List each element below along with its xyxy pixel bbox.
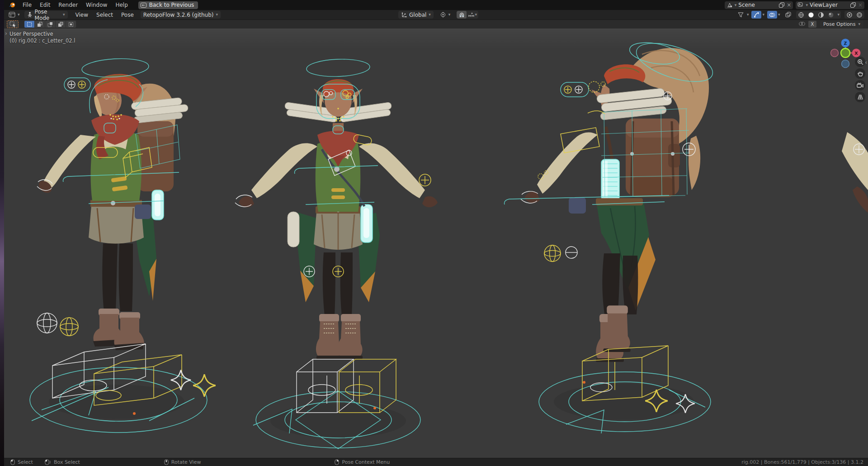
new-scene-icon[interactable] (779, 2, 785, 8)
keyboard-key-icon (141, 3, 146, 8)
shading-rendered[interactable] (826, 11, 836, 19)
viewport-editor-icon (9, 12, 15, 18)
menu-window[interactable]: Window (82, 0, 111, 10)
sphere-gizmo-yellow[interactable] (60, 318, 78, 336)
gizmo-z-label: Z (844, 41, 847, 46)
hint-context-menu: Pose Context Menu (335, 459, 390, 465)
show-gizmo-toggle[interactable] (751, 11, 761, 19)
blender-window: File Edit Render Window Help Back to Pre… (0, 0, 868, 466)
view-controls (855, 57, 865, 102)
snapping-group: ▾ (457, 11, 478, 19)
viewlayer-selector[interactable]: ▾ ViewLayer × (796, 1, 864, 9)
character-middle[interactable] (239, 79, 438, 438)
pivot-point-button[interactable]: ▾ (437, 11, 453, 19)
viewport-canvas[interactable]: .cy{stroke:#5fd3cb;fill:none;stroke-widt… (4, 29, 868, 458)
viewport-header: ▾ Pose Mode ▾ View Select Pose RetopoFlo… (4, 10, 868, 20)
retopoflow-menu[interactable]: RetopoFlow 3.2.6 (github) ▾ (141, 11, 221, 19)
tool-settings-header: X Pose Options ▾ (4, 20, 868, 29)
mirror-butterfly-icon (798, 21, 806, 27)
scene-selector[interactable]: ▾ Scene × (725, 1, 793, 9)
menu-file[interactable]: File (19, 0, 36, 10)
pose-options-dropdown[interactable]: Pose Options ▾ (820, 21, 863, 28)
mouse-left-drag-icon (45, 459, 51, 465)
ring-icon-1[interactable] (844, 11, 854, 19)
sphere-gizmo-white[interactable] (37, 313, 57, 333)
zoom-button[interactable] (855, 57, 865, 67)
topbar: File Edit Render Window Help Back to Pre… (4, 0, 868, 10)
menu-pose[interactable]: Pose (117, 10, 138, 19)
mouse-middle-icon (164, 459, 169, 465)
hint-box-select: Box Select (45, 459, 80, 465)
mouse-left-icon (10, 459, 15, 465)
unlink-scene-button[interactable]: × (787, 2, 791, 8)
select-mode-set[interactable] (24, 21, 34, 28)
select-mode-extend[interactable] (35, 21, 45, 28)
hip-ring-white[interactable] (566, 247, 577, 258)
statusbar: Select Box Select Rotate View Pos (4, 458, 868, 466)
select-mode-invert[interactable] (56, 21, 66, 28)
snap-increment-icon (468, 12, 475, 18)
mode-selector[interactable]: Pose Mode ▾ (24, 11, 68, 19)
view-perspective-label: User Perspective (9, 31, 75, 38)
viewlayer-icon (797, 2, 804, 8)
pivot-icon (440, 12, 446, 18)
shading-material[interactable] (816, 11, 826, 19)
remove-viewlayer-button[interactable]: × (858, 2, 863, 8)
camera-view-button[interactable] (855, 80, 865, 90)
snap-settings-dropdown[interactable]: ▾ (467, 11, 478, 19)
hint-rotate-view: Rotate View (164, 459, 201, 465)
mirror-x-toggle[interactable]: X (808, 21, 816, 28)
background-window-sliver (0, 0, 4, 466)
ring-icon-2[interactable] (854, 11, 864, 19)
transform-orientation[interactable]: Global ▾ (398, 11, 434, 19)
toolbar-expand-icon[interactable]: › (5, 30, 7, 37)
viewport-info-text: User Perspective (0) rig.002 : c_Letter_… (9, 31, 75, 44)
shading-modes: ▾ (796, 11, 841, 19)
editor-type-button[interactable]: ▾ (6, 11, 23, 19)
orientation-axes-icon (401, 12, 407, 18)
hint-select: Select (10, 459, 33, 465)
pose-mode-icon (27, 12, 33, 18)
menu-help[interactable]: Help (111, 0, 132, 10)
scene-statistics: rig.002 | Bones:561/1,779 | Objects:3/13… (741, 459, 863, 465)
scene-icon (726, 2, 733, 8)
blender-logo-icon[interactable] (9, 2, 16, 8)
viewport-3d[interactable]: .cy{stroke:#5fd3cb;fill:none;stroke-widt… (4, 29, 868, 458)
menu-view[interactable]: View (71, 10, 92, 19)
gizmo-x-label: X (854, 51, 858, 56)
character-right[interactable] (524, 48, 868, 420)
select-mode-subtract[interactable] (45, 21, 55, 28)
back-to-previous-button[interactable]: Back to Previous (138, 1, 198, 9)
new-viewlayer-icon[interactable] (850, 2, 856, 8)
filter-dropdown[interactable] (736, 11, 746, 19)
active-object-label: (0) rig.002 : c_Letter_02.l (9, 38, 75, 44)
shading-wireframe[interactable] (796, 11, 806, 19)
show-overlays-toggle[interactable] (767, 11, 777, 19)
perspective-toggle-button[interactable] (855, 92, 865, 102)
extra-toggles (844, 11, 864, 19)
pan-button[interactable] (855, 68, 865, 79)
xray-toggle[interactable] (783, 11, 793, 19)
hip-sphere-yellow[interactable] (544, 245, 561, 262)
select-mode-intersect[interactable] (66, 21, 76, 28)
mouse-right-icon (335, 459, 339, 465)
active-tool-button[interactable] (7, 20, 19, 28)
snap-magnet-toggle[interactable] (457, 11, 467, 19)
menu-select[interactable]: Select (92, 10, 117, 19)
select-mode-buttons (24, 20, 76, 28)
shading-solid[interactable] (806, 11, 816, 19)
